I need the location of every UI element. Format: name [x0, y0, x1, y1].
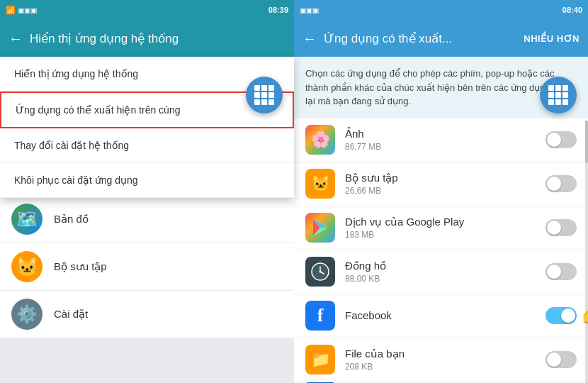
app-info-dich-vu: Dịch vụ của Google Play 183 MB — [345, 216, 545, 240]
clock-icon-svg — [310, 261, 331, 282]
app-name-dong-ho: Đồng hồ — [345, 260, 545, 272]
left-panel: 📶 ▣▣▣ 08:39 ← Hiển thị ứng dụng hệ thống… — [0, 0, 294, 383]
app-list-right: 🌸 Ảnh 86,77 MB 🐱 Bộ sưu tập 26,66 MB — [294, 118, 588, 384]
app-name-bo-suu-tap: Bộ sưu tập — [54, 260, 107, 273]
app-item-ban-do[interactable]: 🗺️ Bản đồ — [0, 196, 294, 243]
toggle-knob-facebook — [561, 309, 575, 323]
app-size-dong-ho: 88,00 KB — [345, 274, 545, 284]
app-icon-anh: 🌸 — [305, 125, 335, 155]
scrollbar-thumb[interactable] — [585, 121, 588, 163]
right-panel: ▣▣▣ 08:40 ← Ứng dụng có thể xuất... NHIỀ… — [294, 0, 588, 383]
app-info-bo-suu-tap: Bộ sưu tập 26,66 MB — [345, 172, 545, 196]
app-name-dich-vu: Dịch vụ của Google Play — [345, 216, 545, 228]
toolbar-left: ← Hiển thị ứng dụng hệ thống — [0, 20, 294, 57]
app-name-facebook: Facebook — [345, 309, 545, 321]
app-name-ban-do: Bản đồ — [54, 213, 89, 226]
app-row-dong-ho[interactable]: Đồng hồ 88,00 KB — [294, 250, 588, 294]
fab-button-left[interactable] — [246, 77, 283, 113]
app-row-bo-suu-tap[interactable]: 🐱 Bộ sưu tập 26,66 MB — [294, 162, 588, 206]
toggle-dich-vu[interactable] — [545, 219, 577, 236]
wifi-icon: ▣▣▣ — [18, 6, 37, 14]
status-time-right: 08:40 — [562, 6, 582, 14]
toolbar-right-left: ← Ứng dụng có thể xuất... — [303, 30, 452, 47]
toolbar-right: ← Ứng dụng có thể xuất... NHIỀU HƠN — [294, 20, 588, 57]
app-icon-cai-dat: ⚙️ — [11, 299, 43, 330]
app-size-anh: 86,77 MB — [345, 142, 545, 152]
app-name-anh: Ảnh — [345, 128, 545, 140]
app-name-cai-dat: Cài đặt — [54, 308, 88, 321]
toolbar-title-left: Hiển thị ứng dụng hệ thống — [30, 31, 179, 46]
toggle-knob-bo-suu-tap — [547, 177, 561, 191]
toggle-knob-anh — [547, 133, 561, 147]
description-text: Chọn các ứng dụng để cho phép các phím, … — [305, 68, 567, 106]
app-info-facebook: Facebook — [345, 309, 545, 323]
app-icon-dong-ho — [305, 257, 335, 287]
svg-point-7 — [320, 271, 322, 273]
app-row-file[interactable]: 📁 File của bạn 208 KB — [294, 338, 588, 382]
dropdown-menu: Hiển thị ứng dụng hệ thống Ứng dụng có t… — [0, 57, 294, 198]
app-row-dich-vu[interactable]: Dịch vụ của Google Play 183 MB — [294, 206, 588, 250]
more-button[interactable]: NHIỀU HƠN — [524, 33, 579, 44]
back-button[interactable]: ← — [9, 30, 23, 47]
toggle-bo-suu-tap[interactable] — [545, 175, 577, 192]
grid-icon — [254, 85, 274, 105]
app-icon-ban-do: 🗺️ — [11, 204, 43, 235]
dropdown-item-khoi-phuc[interactable]: Khôi phục cài đặt ứng dụng — [0, 163, 294, 198]
app-info-anh: Ảnh 86,77 MB — [345, 128, 545, 152]
app-list-left: 🗺️ Bản đồ 🐱 Bộ sưu tập ⚙️ Cài đặt — [0, 196, 294, 383]
toggle-file[interactable] — [545, 351, 577, 368]
app-icon-file: 📁 — [305, 345, 335, 374]
signal-icon-right: ▣▣▣ — [300, 6, 319, 14]
toggle-facebook[interactable] — [545, 307, 577, 324]
toggle-knob-dich-vu — [547, 221, 561, 235]
gg-play-icon — [310, 218, 330, 238]
status-bar-left: 📶 ▣▣▣ 08:39 — [0, 0, 294, 20]
app-size-dich-vu: 183 MB — [345, 230, 545, 240]
toolbar-title-right: Ứng dụng có thể xuất... — [324, 31, 452, 46]
app-size-bo-suu-tap: 26,66 MB — [345, 186, 545, 196]
app-icon-dich-vu — [305, 213, 335, 243]
fab-button-right[interactable] — [540, 77, 577, 113]
status-time-left: 08:39 — [268, 6, 288, 14]
toggle-anh[interactable] — [545, 131, 577, 148]
app-size-file: 208 KB — [345, 362, 545, 372]
app-item-bo-suu-tap[interactable]: 🐱 Bộ sưu tập — [0, 243, 294, 290]
status-icons-left: 📶 ▣▣▣ — [6, 6, 37, 15]
app-icon-bo-suu-tap: 🐱 — [11, 251, 43, 282]
status-icons-right: ▣▣▣ — [300, 6, 319, 14]
toggle-dong-ho[interactable] — [545, 263, 577, 280]
toggle-knob-file — [547, 353, 561, 367]
app-row-anh[interactable]: 🌸 Ảnh 86,77 MB — [294, 118, 588, 162]
back-button-right[interactable]: ← — [303, 30, 317, 47]
app-name-bo-suu-tap-right: Bộ sưu tập — [345, 172, 545, 184]
app-item-cai-dat[interactable]: ⚙️ Cài đặt — [0, 291, 294, 338]
notification-icons: 📶 — [6, 6, 16, 15]
scrollbar-track — [585, 121, 588, 383]
app-row-facebook[interactable]: f Facebook 👉 — [294, 294, 588, 338]
status-bar-right: ▣▣▣ 08:40 — [294, 0, 588, 20]
toggle-knob-dong-ho — [547, 265, 561, 279]
app-name-file: File của bạn — [345, 348, 545, 360]
hand-cursor: 👉 — [581, 302, 588, 329]
app-info-file: File của bạn 208 KB — [345, 348, 545, 372]
app-icon-bo-suu-tap-right: 🐱 — [305, 169, 335, 199]
grid-icon-right — [548, 85, 568, 105]
app-icon-facebook: f — [305, 301, 335, 331]
dropdown-item-thay-doi[interactable]: Thay đổi cài đặt hệ thống — [0, 128, 294, 163]
app-info-dong-ho: Đồng hồ 88,00 KB — [345, 260, 545, 284]
